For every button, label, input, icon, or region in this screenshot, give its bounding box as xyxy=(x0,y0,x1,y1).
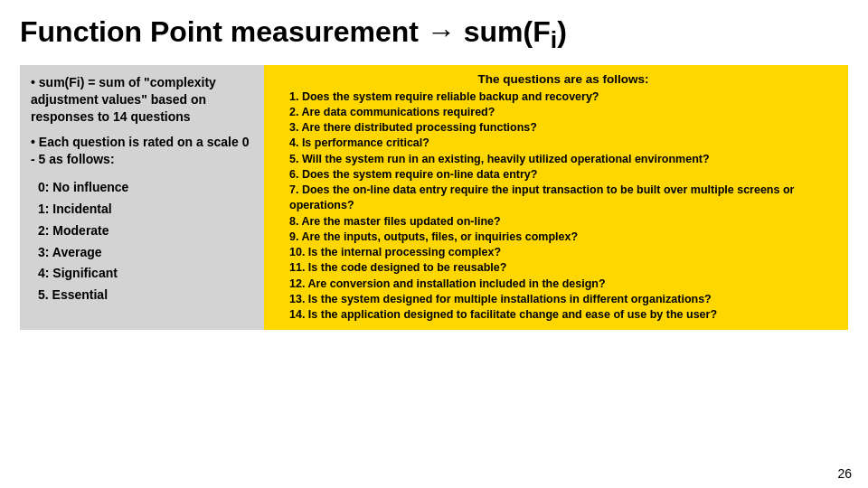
question-7: 7. Does the on-line data entry require t… xyxy=(289,183,837,214)
question-6: 6. Does the system require on-line data … xyxy=(289,167,837,183)
scale-5: 5. Essential xyxy=(38,285,253,306)
slide-title: Function Point measurement → sum(Fi) xyxy=(20,16,848,54)
bullet-1: • sum(Fi) = sum of "complexity adjustmen… xyxy=(31,74,253,126)
question-4: 4. Is performance critical? xyxy=(289,136,837,151)
questions-list: 1. Does the system require reliable back… xyxy=(289,89,837,324)
question-10: 10. Is the internal processing complex? xyxy=(289,245,837,260)
scale-2: 2: Moderate xyxy=(38,221,253,242)
question-3: 3. Are there distributed processing func… xyxy=(289,120,837,136)
left-panel: • sum(Fi) = sum of "complexity adjustmen… xyxy=(20,65,264,331)
content-area: • sum(Fi) = sum of "complexity adjustmen… xyxy=(20,65,848,331)
question-8: 8. Are the master files updated on-line? xyxy=(289,214,837,230)
question-11: 11. Is the code designed to be reusable? xyxy=(289,260,837,276)
scale-1: 1: Incidental xyxy=(38,199,253,221)
scale-list: 0: No influence 1: Incidental 2: Moderat… xyxy=(31,177,253,306)
formula: sum(Fi) xyxy=(464,15,567,48)
slide: Function Point measurement → sum(Fi) • s… xyxy=(0,0,868,488)
question-5: 5. Will the system run in an existing, h… xyxy=(289,152,837,167)
scale-4: 4: Significant xyxy=(38,263,253,285)
question-1: 1. Does the system require reliable back… xyxy=(289,89,837,105)
question-12: 12. Are conversion and installation incl… xyxy=(289,277,837,292)
question-2: 2. Are data communications required? xyxy=(289,105,837,120)
arrow-symbol: → xyxy=(427,15,464,48)
question-9: 9. Are the inputs, outputs, files, or in… xyxy=(289,230,837,245)
right-panel: The questions are as follows: 1. Does th… xyxy=(264,65,848,331)
question-14: 14. Is the application designed to facil… xyxy=(289,307,837,323)
scale-3: 3: Average xyxy=(38,242,253,264)
title-text: Function Point measurement xyxy=(20,15,419,48)
slide-number: 26 xyxy=(837,466,852,481)
question-13: 13. Is the system designed for multiple … xyxy=(289,292,837,307)
bullet-2: • Each question is rated on a scale 0 - … xyxy=(31,134,253,168)
scale-0: 0: No influence xyxy=(38,177,253,199)
questions-header: The questions are as follows: xyxy=(289,72,837,86)
